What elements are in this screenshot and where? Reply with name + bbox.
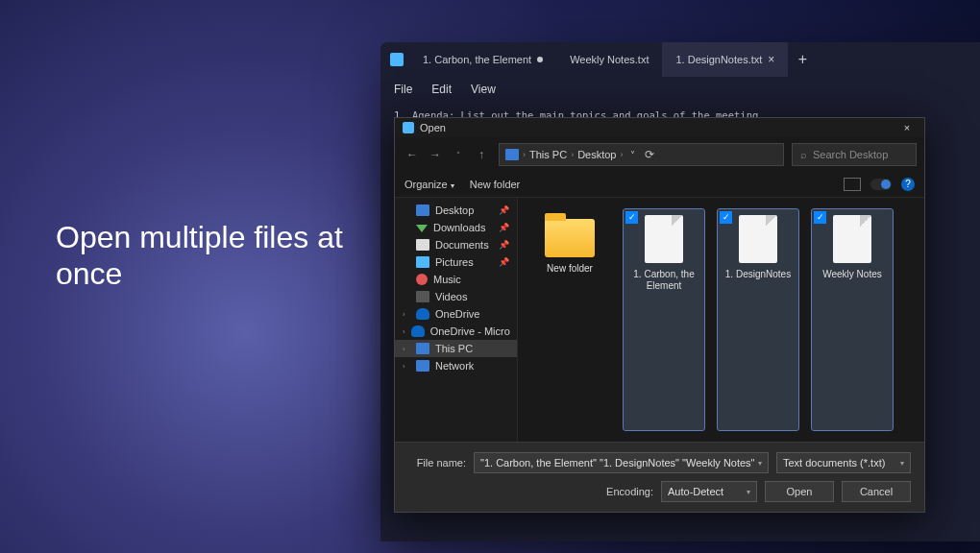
preview-toggle[interactable] — [870, 179, 892, 190]
view-mode-button[interactable] — [844, 178, 861, 191]
expand-icon: › — [403, 327, 405, 336]
tree-item-network[interactable]: ›Network — [395, 357, 517, 374]
window-controls: — — [970, 53, 980, 66]
tree-item-videos[interactable]: Videos — [395, 288, 517, 305]
tree-item-label: This PC — [435, 343, 473, 354]
close-icon[interactable]: × — [768, 53, 774, 66]
document-icon — [739, 215, 777, 263]
chevron-down-icon: ▾ — [747, 488, 750, 496]
dialog-navbar: ← → ˅ ↑ › This PC › Desktop › ˅ ⟳ ⌕ Sear… — [395, 137, 924, 172]
tree-item-pictures[interactable]: Pictures📌 — [395, 253, 517, 271]
dialog-titlebar: Open × — [395, 118, 924, 137]
file-item[interactable]: New folder — [529, 209, 610, 430]
chevron-right-icon: › — [620, 150, 623, 159]
check-icon: ✓ — [814, 211, 826, 224]
open-dialog: Open × ← → ˅ ↑ › This PC › Desktop › ˅ ⟳… — [394, 117, 925, 513]
music-icon — [416, 274, 428, 285]
tree-item-documents[interactable]: Documents📌 — [395, 236, 517, 253]
tree-item-music[interactable]: Music — [395, 271, 517, 288]
open-button[interactable]: Open — [765, 481, 834, 502]
new-tab-button[interactable]: + — [788, 51, 817, 68]
menu-file[interactable]: File — [394, 83, 412, 96]
nav-history-icon[interactable]: ˅ — [449, 151, 468, 159]
tree-item-label: Downloads — [433, 222, 485, 233]
file-label: 1. Carbon, the Element — [625, 269, 702, 292]
filename-label: File name: — [408, 457, 466, 469]
modified-dot-icon — [537, 57, 543, 62]
expand-icon: › — [403, 345, 410, 353]
encoding-select[interactable]: Auto-Detect ▾ — [661, 481, 757, 502]
tree-item-label: OneDrive — [435, 308, 479, 320]
breadcrumb[interactable]: › This PC › Desktop › ˅ ⟳ — [499, 143, 784, 166]
folder-tree: Desktop📌Downloads📌Documents📌Pictures📌Mus… — [395, 198, 518, 442]
expand-icon: › — [403, 310, 410, 319]
dialog-toolbar: Organize ▾ New folder ? — [395, 172, 924, 198]
filetype-select[interactable]: Text documents (*.txt) ▾ — [776, 452, 911, 473]
check-icon: ✓ — [625, 211, 638, 224]
chevron-down-icon[interactable]: ˅ — [630, 150, 635, 160]
doc-icon — [416, 239, 429, 251]
dialog-footer: File name: "1. Carbon, the Element" "1. … — [395, 442, 924, 512]
tree-item-this-pc[interactable]: ›This PC — [395, 340, 517, 357]
tab-designnotes[interactable]: 1. DesignNotes.txt × — [662, 42, 788, 77]
file-item[interactable]: ✓1. DesignNotes — [718, 209, 798, 430]
filename-input[interactable]: "1. Carbon, the Element" "1. DesignNotes… — [474, 452, 769, 473]
nav-back-icon[interactable]: ← — [403, 148, 422, 161]
check-icon: ✓ — [720, 211, 732, 224]
file-label: 1. DesignNotes — [720, 269, 796, 280]
tree-item-label: Desktop — [435, 204, 474, 216]
hero-text: Open multiple files at once — [56, 219, 344, 293]
new-folder-button[interactable]: New folder — [470, 179, 521, 190]
pin-icon: 📌 — [499, 223, 509, 232]
tree-item-label: OneDrive - Micro — [430, 325, 510, 337]
tree-item-label: Pictures — [435, 256, 474, 268]
nav-up-icon[interactable]: ↑ — [472, 148, 491, 161]
pic-icon — [416, 256, 429, 268]
tab-carbon[interactable]: 1. Carbon, the Element — [409, 42, 556, 77]
organize-menu[interactable]: Organize ▾ — [404, 179, 454, 190]
tree-item-label: Documents — [435, 239, 489, 251]
video-icon — [416, 291, 429, 302]
file-grid[interactable]: New folder✓1. Carbon, the Element✓1. Des… — [518, 198, 924, 442]
download-icon — [416, 225, 428, 232]
search-placeholder: Search Desktop — [813, 149, 888, 160]
tree-item-label: Network — [435, 360, 474, 372]
document-icon — [833, 215, 871, 263]
net-icon — [416, 360, 429, 372]
menu-edit[interactable]: Edit — [431, 83, 452, 96]
tree-item-downloads[interactable]: Downloads📌 — [395, 219, 517, 236]
cancel-button[interactable]: Cancel — [842, 481, 911, 502]
dialog-title: Open — [420, 122, 446, 133]
dialog-close-button[interactable]: × — [897, 122, 917, 133]
pin-icon: 📌 — [499, 257, 509, 267]
chevron-down-icon: ▾ — [900, 459, 904, 468]
file-item[interactable]: ✓1. Carbon, the Element — [624, 209, 704, 430]
crumb-desktop[interactable]: Desktop — [577, 149, 616, 160]
chevron-down-icon: ▾ — [758, 459, 762, 468]
tree-item-onedrive-micro[interactable]: ›OneDrive - Micro — [395, 323, 517, 340]
document-icon — [645, 215, 683, 263]
tree-item-label: Videos — [435, 291, 467, 302]
tab-label: 1. Carbon, the Element — [423, 54, 531, 65]
titlebar: 1. Carbon, the Element Weekly Notes.txt … — [380, 42, 980, 77]
pin-icon: 📌 — [499, 240, 509, 250]
chevron-down-icon: ▾ — [451, 181, 454, 190]
chevron-right-icon: › — [571, 150, 574, 159]
menu-view[interactable]: View — [471, 83, 496, 96]
refresh-icon[interactable]: ⟳ — [645, 148, 654, 161]
tree-item-desktop[interactable]: Desktop📌 — [395, 202, 517, 219]
crumb-this-pc[interactable]: This PC — [529, 149, 567, 160]
encoding-label: Encoding: — [606, 486, 653, 497]
tab-strip: 1. Carbon, the Element Weekly Notes.txt … — [409, 42, 970, 77]
pc-icon — [416, 343, 429, 354]
tab-weekly[interactable]: Weekly Notes.txt — [556, 42, 662, 77]
desktop-icon — [416, 204, 429, 216]
help-icon[interactable]: ? — [901, 178, 915, 191]
file-item[interactable]: ✓Weekly Notes — [812, 209, 893, 430]
folder-icon — [545, 219, 595, 257]
nav-forward-icon[interactable]: → — [426, 148, 445, 161]
tree-item-onedrive[interactable]: ›OneDrive — [395, 305, 517, 323]
menubar: File Edit View — [380, 77, 980, 102]
search-input[interactable]: ⌕ Search Desktop — [792, 143, 917, 166]
file-label: New folder — [531, 263, 608, 275]
